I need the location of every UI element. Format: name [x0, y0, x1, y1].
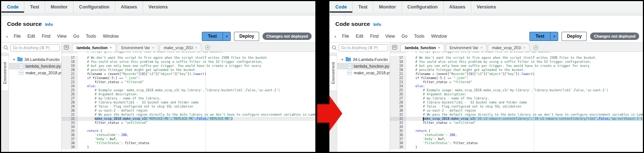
menu-go[interactable]: Go — [401, 34, 407, 39]
code-line[interactable]: 33 filter_status = "unfiltered" — [62, 121, 315, 125]
code-line[interactable]: 39 } — [390, 145, 643, 149]
file-tab-lambda-function[interactable]: lambda_function× — [72, 44, 116, 51]
code-line[interactable]: 35 return { — [62, 129, 315, 133]
code-line[interactable]: 27 # my-library - name of the library, — [62, 96, 315, 101]
code-line[interactable]: 34 — [62, 125, 315, 129]
tab-configuration[interactable]: Configuration — [401, 1, 443, 13]
tab-test[interactable]: Test — [24, 1, 45, 13]
test-button[interactable]: Test ▼ — [529, 32, 559, 41]
code-line[interactable]: 39 } — [62, 145, 315, 149]
tree-folder-row[interactable]: ▼ 34-Lambda-Functio ⚙▼ — [9, 56, 61, 63]
file-tab-make-vcsp-201l[interactable]: make_vcsp_201l× — [488, 44, 530, 51]
tab-monitor[interactable]: Monitor — [373, 1, 401, 13]
tab-list-icon[interactable] — [64, 45, 69, 50]
code-line[interactable]: 24 else: — [62, 84, 315, 88]
close-tab-icon[interactable]: × — [110, 46, 112, 50]
code-line[interactable]: 37 'body': buf, — [62, 137, 315, 141]
tab-versions[interactable]: Versions — [471, 1, 502, 13]
code-line[interactable]: 36 'statusCode': 200, — [62, 133, 315, 137]
code-line[interactable]: 28 # library-bucket/lib1 - S3 bucket nam… — [62, 101, 315, 105]
menu-tools[interactable]: Tools — [414, 34, 424, 39]
file-tab-environment-var[interactable]: Environment Var× — [117, 44, 159, 51]
code-line[interactable]: 23 filter_status = "filtered" — [62, 80, 315, 84]
menu-find[interactable]: Find — [42, 34, 50, 39]
test-dropdown-button[interactable]: ▼ — [550, 32, 558, 41]
code-line[interactable]: 25 # Example usage: make_vcsp_2018.make_… — [62, 88, 315, 92]
test-dropdown-button[interactable]: ▼ — [223, 32, 230, 41]
code-line[interactable]: 22 if filename[-5:] == ".json": — [62, 76, 315, 80]
new-tab-button[interactable]: + — [533, 45, 538, 50]
code-line[interactable]: 38 'filterStatus': filter_status — [390, 141, 643, 145]
close-tab-icon[interactable]: × — [195, 46, 197, 50]
menu-view[interactable]: View — [385, 34, 395, 39]
code-line[interactable]: 36 'statusCode': 200, — [390, 133, 643, 137]
code-line[interactable]: 22 if filename[-5:] == ".json": — [390, 76, 643, 80]
menu-view[interactable]: View — [57, 34, 67, 39]
menu-edit[interactable]: Edit — [356, 34, 363, 39]
deploy-button[interactable]: Deploy — [234, 32, 259, 41]
code-line[interactable]: 19 # but you can only have one suffix pe… — [390, 64, 643, 68]
test-button-label[interactable]: Test — [202, 32, 223, 41]
code-line[interactable]: 38 'filterStatus': filter_status — [62, 141, 315, 145]
code-editor[interactable]: 16 # script gets triggered every time a … — [390, 52, 643, 152]
file-tab-lambda-function[interactable]: lambda_function× — [400, 44, 444, 51]
code-line[interactable]: 25 # Example usage: make_vcsp_2018.make_… — [390, 88, 643, 92]
code-editor[interactable]: 16 # script gets triggered every time a … — [62, 52, 315, 152]
code-line[interactable]: 32 make_vcsp_2018.make_vcsp_s3('REPLACE-… — [62, 117, 315, 121]
tree-file-row[interactable]: <>lambda_function.py — [9, 63, 61, 69]
code-line[interactable]: 17 # We don't want the script to fire ag… — [390, 56, 643, 60]
code-line[interactable]: 26 # Argument description: — [390, 92, 643, 96]
new-tab-button[interactable]: + — [205, 45, 210, 50]
code-line[interactable]: 33 filter_status = "unfiltered" — [390, 121, 643, 125]
close-tab-icon[interactable]: × — [481, 46, 482, 50]
tab-configuration[interactable]: Configuration — [73, 1, 115, 13]
close-tab-icon[interactable]: × — [152, 46, 154, 50]
close-tab-icon[interactable]: × — [523, 46, 525, 50]
tab-list-icon[interactable] — [392, 45, 397, 50]
code-line[interactable]: 35 return { — [390, 129, 643, 133]
menu-window[interactable]: Window — [431, 34, 447, 39]
code-line[interactable]: 27 # my-library - name of the library, — [390, 96, 643, 101]
code-line[interactable]: 32 make_vcsp_2018.make_vcsp_s3('34-s3-vm… — [390, 117, 643, 121]
tab-test[interactable]: Test — [352, 1, 373, 13]
code-line[interactable]: 29 # false - Flag configured not to skip… — [390, 105, 643, 109]
tree-file-row[interactable]: <>lambda_function.py — [337, 63, 390, 69]
code-line[interactable]: 18 # You could also solve this problem b… — [62, 60, 315, 64]
code-line[interactable]: 34 — [390, 125, 643, 129]
menu-file[interactable]: File — [14, 34, 21, 39]
menu-file[interactable]: File — [342, 34, 349, 39]
close-tab-icon[interactable]: × — [438, 46, 440, 50]
tab-code[interactable]: Code — [1, 1, 24, 13]
code-line[interactable]: 26 # Argument description: — [62, 92, 315, 96]
code-line[interactable]: 21 filename = (event["Records"][0]["s3"]… — [390, 72, 643, 76]
code-line[interactable]: 28 # library-bucket/lib1 - S3 bucket nam… — [390, 101, 643, 105]
menu-find[interactable]: Find — [370, 34, 379, 39]
search-icon[interactable] — [3, 45, 9, 50]
collapse-panel-icon[interactable]: ▲ — [334, 35, 337, 38]
code-line[interactable]: 16 # script gets triggered every time a … — [390, 52, 643, 56]
code-line[interactable]: 37 'body': buf, — [390, 137, 643, 141]
code-line[interactable]: 21 filename = (event["Records"][0]["s3"]… — [62, 72, 315, 76]
code-line[interactable]: 17 # We don't want the script to fire ag… — [62, 56, 315, 60]
tree-file-row[interactable]: <>make_vcsp_2018.py — [9, 69, 61, 76]
code-line[interactable]: 30 # us-east-2 - default region — [62, 109, 315, 113]
info-link[interactable]: Info — [373, 22, 381, 27]
code-line[interactable]: 20 # possible filetype that might get up… — [390, 68, 643, 72]
search-icon[interactable] — [332, 45, 337, 50]
goto-anything-input[interactable] — [10, 44, 60, 51]
menu-go[interactable]: Go — [73, 34, 79, 39]
collapse-panel-icon[interactable]: ▲ — [6, 35, 9, 38]
tab-monitor[interactable]: Monitor — [45, 1, 73, 13]
test-button[interactable]: Test ▼ — [202, 32, 231, 41]
tree-folder-row[interactable]: ▼ 34-Lambda-Functio ⚙▼ — [337, 56, 390, 63]
menu-tools[interactable]: Tools — [86, 34, 96, 39]
code-line[interactable]: 31 # We pass the default region directly… — [62, 113, 315, 117]
file-tab-environment-var[interactable]: Environment Var× — [445, 44, 487, 51]
goto-anything-input[interactable] — [339, 44, 388, 51]
code-line[interactable]: 29 # false - Flag configured not to skip… — [62, 105, 315, 109]
code-line[interactable]: 18 # You could also solve this problem b… — [390, 60, 643, 64]
code-line[interactable]: 30 # us-east-2 - default region — [390, 109, 643, 113]
tree-file-row[interactable]: <>make_vcsp_2018.py — [337, 69, 390, 76]
tab-versions[interactable]: Versions — [143, 1, 173, 13]
code-line[interactable]: 23 filter_status = "filtered" — [390, 80, 643, 84]
